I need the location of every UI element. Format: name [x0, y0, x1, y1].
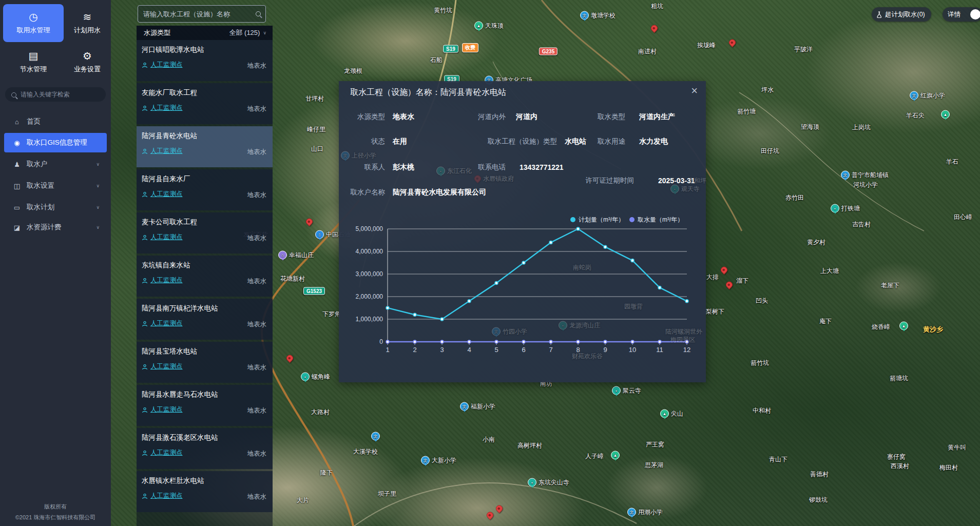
- poi-pin-icon[interactable]: •: [612, 386, 621, 395]
- map-label[interactable]: 文大新小学: [421, 456, 456, 465]
- monitor-type-link[interactable]: 人工监测点: [142, 61, 183, 69]
- map-label[interactable]: 文用潮小学: [627, 508, 663, 517]
- sidebar-item-3[interactable]: ◫ 取水设置 ∨: [4, 176, 107, 196]
- map-label[interactable]: 文墩塘学校: [580, 11, 616, 20]
- poi-pin-icon[interactable]: •: [831, 204, 839, 213]
- map-label[interactable]: 文: [371, 432, 380, 441]
- mount-pin-icon[interactable]: ▲: [899, 322, 908, 330]
- station-list-item[interactable]: 水唇镇水栏肚水电站 人工监测点 地表水: [137, 471, 273, 512]
- app-tile-3[interactable]: ⚙ 业务设置: [67, 43, 108, 81]
- map-label[interactable]: [286, 355, 293, 362]
- chart-icon: ◪: [11, 224, 23, 231]
- map-label[interactable]: ▲尖山: [660, 410, 683, 418]
- school-pin-icon[interactable]: 文: [421, 456, 430, 465]
- monitor-type-link[interactable]: 人工监测点: [142, 276, 183, 285]
- red-pin-icon[interactable]: [285, 354, 294, 363]
- map-label: 下罗角: [322, 310, 341, 319]
- station-list-item[interactable]: 友能水厂取水工程 人工监测点 地表水: [137, 83, 273, 124]
- filter-value[interactable]: 全部 (125): [229, 28, 260, 37]
- sidebar-item-0[interactable]: ⌂ 首页: [4, 112, 107, 131]
- map-label[interactable]: [726, 282, 733, 288]
- monitor-type-link[interactable]: 人工监测点: [142, 362, 183, 371]
- map-label[interactable]: 文普宁市船埔镇: [841, 171, 889, 180]
- map-label[interactable]: [651, 25, 658, 32]
- school-pin-icon[interactable]: 文: [460, 402, 469, 411]
- map-label[interactable]: [487, 512, 493, 519]
- map-label[interactable]: •打铁塘: [831, 204, 860, 213]
- red-pin-icon[interactable]: [727, 38, 737, 47]
- station-list-item[interactable]: 陆河县激石溪老区水电站 人工监测点 地表水: [137, 428, 273, 469]
- station-list-item[interactable]: 东坑镇自来水站 人工监测点 地表水: [137, 256, 273, 297]
- map-label[interactable]: ▲天珠顶: [474, 22, 504, 30]
- monitor-type-link[interactable]: 人工监测点: [142, 449, 183, 457]
- monitor-type-link[interactable]: 人工监测点: [142, 233, 183, 242]
- monitor-type-link[interactable]: 人工监测点: [142, 104, 183, 112]
- red-pin-icon[interactable]: [485, 511, 494, 520]
- monitor-type-link[interactable]: 人工监测点: [142, 190, 183, 199]
- monitor-type-link[interactable]: 人工监测点: [142, 405, 183, 414]
- red-pin-icon[interactable]: [494, 504, 504, 513]
- app-tile-0[interactable]: ◷ 取用水管理: [3, 4, 64, 42]
- monitor-type-link[interactable]: 人工监测点: [142, 492, 183, 500]
- sidebar-item-1[interactable]: ◉ 取水口GIS信息管理: [4, 133, 107, 152]
- school-pin-icon[interactable]: 文: [627, 508, 636, 517]
- gas-pin-icon[interactable]: ▯: [315, 230, 324, 239]
- sidebar-item-5[interactable]: ◪ 水资源计费 ∨: [4, 218, 107, 237]
- red-pin-icon[interactable]: [649, 24, 659, 33]
- school-pin-icon[interactable]: 文: [371, 432, 380, 441]
- toggle-knob[interactable]: [970, 9, 980, 20]
- map-label[interactable]: [496, 505, 503, 512]
- app-tile-2[interactable]: ▤ 节水管理: [3, 43, 64, 81]
- map-label[interactable]: [721, 267, 727, 274]
- station-list-item[interactable]: 陆河县南万镇杞洋水电站 人工监测点 地表水: [137, 299, 273, 340]
- poi-pin-icon[interactable]: •: [528, 478, 536, 487]
- map-label-text: 福新小学: [471, 402, 495, 411]
- school-pin-icon[interactable]: 文: [841, 171, 850, 180]
- map-label[interactable]: ▲: [611, 451, 620, 460]
- legend-item[interactable]: 计划量（m³/年）: [570, 216, 624, 223]
- poi-pin-icon[interactable]: •: [301, 373, 310, 381]
- station-list-item[interactable]: 麦卡公司取水工程 人工监测点 地表水: [137, 212, 273, 254]
- sidebar-search-input[interactable]: [5, 87, 106, 102]
- station-list-item[interactable]: 陆河县水唇走马石水电站 人工监测点 地表水: [137, 385, 273, 426]
- map-label: 望海顶: [801, 123, 819, 131]
- map-label[interactable]: •聚云寺: [612, 386, 641, 395]
- station-list-item[interactable]: 陆河县青砼水电站 人工监测点 地表水: [137, 126, 273, 167]
- map-label[interactable]: [306, 219, 313, 225]
- red-pin-icon[interactable]: [304, 217, 314, 226]
- map-label[interactable]: •螺角峰: [301, 373, 330, 381]
- mount-pin-icon[interactable]: ▲: [941, 110, 950, 119]
- map-label: 花塘新村: [280, 275, 305, 283]
- school-pin-icon[interactable]: 文: [580, 11, 589, 20]
- station-list-item[interactable]: 河口镇唱歌潭水电站 人工监测点 地表水: [137, 40, 273, 81]
- close-icon[interactable]: ×: [691, 84, 698, 98]
- station-filter-bar[interactable]: 水源类型 全部 (125) ∨: [137, 26, 273, 40]
- map-label[interactable]: ▲: [899, 322, 908, 330]
- map-label[interactable]: 文红旗小学: [910, 91, 945, 100]
- school-pin-icon[interactable]: 文: [910, 91, 918, 100]
- map-label[interactable]: [729, 40, 736, 46]
- pin-icon: ◉: [11, 139, 23, 147]
- sidebar-item-4[interactable]: ▭ 取水计划 ∨: [4, 198, 107, 217]
- red-pin-icon[interactable]: [719, 265, 728, 275]
- station-search-input[interactable]: [138, 5, 266, 23]
- station-list-item[interactable]: 陆河县宝塔水电站 人工监测点 地表水: [137, 342, 273, 383]
- legend-item[interactable]: 取水量（m³/年）: [629, 216, 683, 223]
- red-pin-icon[interactable]: [724, 280, 734, 289]
- purple-pin-icon[interactable]: ⌂: [278, 251, 287, 260]
- app-tile-1[interactable]: ≋ 计划用水: [67, 4, 108, 42]
- station-list-item[interactable]: 陆河县自来水厂 人工监测点 地表水: [137, 169, 273, 210]
- map-label[interactable]: ▲: [941, 110, 950, 119]
- map-label[interactable]: •东坑尖山寺: [528, 478, 569, 487]
- map-label[interactable]: 文福新小学: [460, 402, 495, 411]
- sidebar-item-2[interactable]: ♟ 取水户 ∨: [4, 154, 107, 174]
- monitor-type-link[interactable]: 人工监测点: [142, 319, 183, 328]
- mount-pin-icon[interactable]: ▲: [660, 410, 669, 418]
- mount-pin-icon[interactable]: ▲: [474, 22, 483, 30]
- detail-label: 详情: [948, 10, 960, 19]
- detail-toggle[interactable]: 详情: [943, 7, 980, 22]
- mount-pin-icon[interactable]: ▲: [611, 451, 620, 460]
- over-plan-button[interactable]: 超计划取水(0): [872, 7, 931, 22]
- monitor-type-link[interactable]: 人工监测点: [142, 147, 183, 155]
- map-label[interactable]: ⌂幸福山庄: [278, 251, 314, 260]
